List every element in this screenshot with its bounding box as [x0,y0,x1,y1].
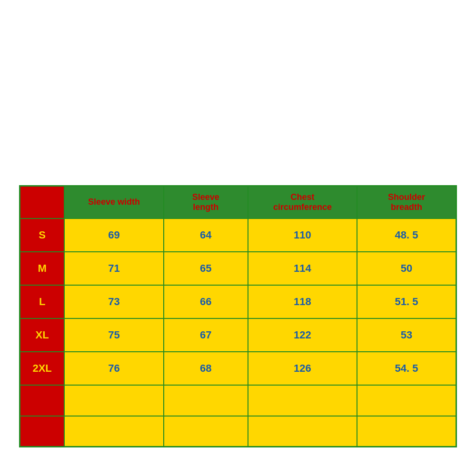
size-cell: L [20,285,65,318]
sleeve-length-cell: 64 [164,218,248,252]
size-cell: S [20,218,65,252]
empty-row [20,385,456,416]
sleeve-length-cell: 67 [164,318,248,352]
table-row: 2XL766812654. 5 [20,352,456,385]
empty-cell [248,416,357,447]
sleeve-width-cell: 75 [64,318,163,352]
table-row: M716511450 [20,252,456,285]
empty-cell [64,385,163,416]
table-row: XL756712253 [20,318,456,352]
empty-cell [164,385,248,416]
header-size: size [20,186,65,218]
size-cell: M [20,252,65,285]
chest-cell: 110 [248,218,357,252]
chest-cell: 114 [248,252,357,285]
empty-cell [357,416,456,447]
sleeve-width-cell: 71 [64,252,163,285]
sleeve-width-cell: 76 [64,352,163,385]
page-wrapper: size Sleeve width Sleevelength Chestcirc… [0,0,476,476]
sleeve-length-cell: 65 [164,252,248,285]
table-header-row: size Sleeve width Sleevelength Chestcirc… [20,186,456,218]
empty-row [20,416,456,447]
shoulder-cell: 50 [357,252,456,285]
empty-cell [357,385,456,416]
size-cell: 2XL [20,352,65,385]
header-sleeve-length: Sleevelength [164,186,248,218]
table-row: L736611851. 5 [20,285,456,318]
empty-cell [164,416,248,447]
header-shoulder: Shoulderbreadth [357,186,456,218]
size-table: size Sleeve width Sleevelength Chestcirc… [19,185,457,448]
sleeve-length-cell: 68 [164,352,248,385]
empty-cell [64,416,163,447]
empty-size-cell [20,385,65,416]
chest-cell: 122 [248,318,357,352]
empty-size-cell [20,416,65,447]
chest-cell: 118 [248,285,357,318]
empty-cell [248,385,357,416]
header-chest: Chestcircumference [248,186,357,218]
size-cell: XL [20,318,65,352]
shoulder-cell: 53 [357,318,456,352]
shoulder-cell: 54. 5 [357,352,456,385]
chest-cell: 126 [248,352,357,385]
sleeve-length-cell: 66 [164,285,248,318]
shoulder-cell: 48. 5 [357,218,456,252]
shoulder-cell: 51. 5 [357,285,456,318]
header-sleeve-width: Sleeve width [64,186,163,218]
table-row: S696411048. 5 [20,218,456,252]
sleeve-width-cell: 73 [64,285,163,318]
sleeve-width-cell: 69 [64,218,163,252]
